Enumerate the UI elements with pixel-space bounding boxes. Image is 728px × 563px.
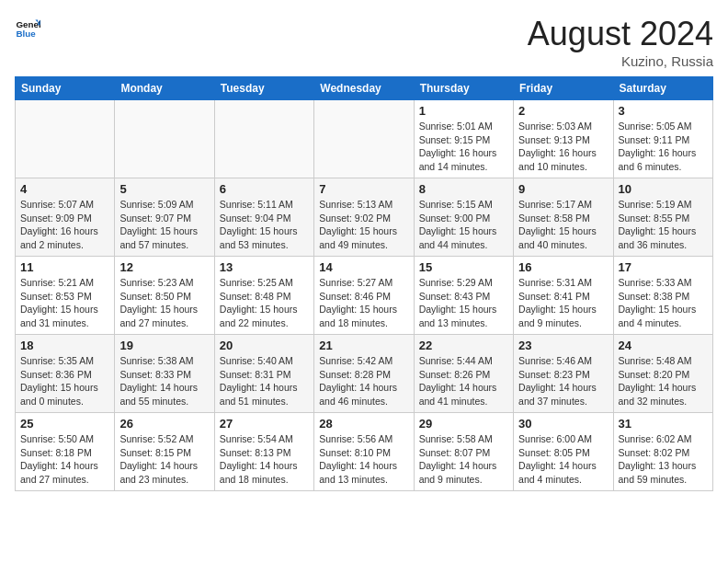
calendar-day-cell: 29Sunrise: 5:58 AM Sunset: 8:07 PM Dayli… [414,413,513,491]
day-number: 23 [518,339,608,352]
day-info: Sunrise: 5:23 AM Sunset: 8:50 PM Dayligh… [119,276,209,330]
day-number: 5 [119,182,209,196]
logo-icon: General Blue [15,15,40,40]
page-header: General Blue August 2024 Kuzino, Russia [15,15,713,69]
day-info: Sunrise: 5:35 AM Sunset: 8:36 PM Dayligh… [20,354,109,408]
calendar-day-cell: 20Sunrise: 5:40 AM Sunset: 8:31 PM Dayli… [214,335,313,413]
day-number: 9 [518,182,608,196]
calendar-day-cell: 30Sunrise: 6:00 AM Sunset: 8:05 PM Dayli… [514,413,613,491]
day-info: Sunrise: 5:54 AM Sunset: 8:13 PM Dayligh… [220,432,309,487]
days-header-row: SundayMondayTuesdayWednesdayThursdayFrid… [16,77,713,100]
day-number: 10 [619,182,708,196]
day-info: Sunrise: 5:33 AM Sunset: 8:38 PM Dayligh… [619,276,708,330]
calendar-day-cell: 1Sunrise: 5:01 AM Sunset: 9:15 PM Daylig… [414,100,513,178]
day-info: Sunrise: 5:40 AM Sunset: 8:31 PM Dayligh… [220,354,309,408]
calendar-week-row: 1Sunrise: 5:01 AM Sunset: 9:15 PM Daylig… [16,100,713,178]
calendar-day-cell [16,100,115,178]
calendar-day-cell: 2Sunrise: 5:03 AM Sunset: 9:13 PM Daylig… [514,100,613,178]
day-number: 14 [319,260,408,274]
day-number: 19 [119,339,209,352]
calendar-day-cell: 12Sunrise: 5:23 AM Sunset: 8:50 PM Dayli… [115,257,214,335]
day-number: 25 [20,417,109,431]
day-number: 24 [619,339,708,352]
day-number: 11 [20,260,109,274]
calendar-day-cell: 28Sunrise: 5:56 AM Sunset: 8:10 PM Dayli… [314,413,414,491]
calendar-table: SundayMondayTuesdayWednesdayThursdayFrid… [15,76,713,491]
day-header-tuesday: Tuesday [214,77,313,100]
day-info: Sunrise: 5:42 AM Sunset: 8:28 PM Dayligh… [319,354,408,408]
day-header-monday: Monday [115,77,214,100]
calendar-day-cell: 4Sunrise: 5:07 AM Sunset: 9:09 PM Daylig… [16,178,115,257]
calendar-day-cell [115,100,214,178]
day-info: Sunrise: 5:17 AM Sunset: 8:58 PM Dayligh… [518,198,608,252]
day-number: 30 [518,417,608,431]
day-number: 21 [319,339,408,352]
day-info: Sunrise: 5:31 AM Sunset: 8:41 PM Dayligh… [518,276,608,330]
calendar-day-cell: 13Sunrise: 5:25 AM Sunset: 8:48 PM Dayli… [214,257,313,335]
calendar-day-cell: 23Sunrise: 5:46 AM Sunset: 8:23 PM Dayli… [514,335,613,413]
day-info: Sunrise: 5:56 AM Sunset: 8:10 PM Dayligh… [319,432,408,487]
day-info: Sunrise: 5:13 AM Sunset: 9:02 PM Dayligh… [319,198,408,252]
calendar-day-cell: 7Sunrise: 5:13 AM Sunset: 9:02 PM Daylig… [314,178,414,257]
day-number: 20 [220,339,309,352]
day-number: 15 [419,260,508,274]
day-info: Sunrise: 5:03 AM Sunset: 9:13 PM Dayligh… [518,120,608,174]
calendar-day-cell: 24Sunrise: 5:48 AM Sunset: 8:20 PM Dayli… [613,335,712,413]
day-info: Sunrise: 5:50 AM Sunset: 8:18 PM Dayligh… [20,432,109,487]
calendar-day-cell: 26Sunrise: 5:52 AM Sunset: 8:15 PM Dayli… [115,413,214,491]
calendar-day-cell: 27Sunrise: 5:54 AM Sunset: 8:13 PM Dayli… [214,413,313,491]
svg-text:Blue: Blue [16,29,36,39]
day-number: 17 [619,260,708,274]
day-info: Sunrise: 5:38 AM Sunset: 8:33 PM Dayligh… [119,354,209,408]
day-info: Sunrise: 5:09 AM Sunset: 9:07 PM Dayligh… [119,198,209,252]
day-number: 8 [419,182,508,196]
day-number: 6 [220,182,309,196]
day-info: Sunrise: 5:27 AM Sunset: 8:46 PM Dayligh… [319,276,408,330]
day-number: 7 [319,182,408,196]
day-number: 26 [119,417,209,431]
day-header-wednesday: Wednesday [314,77,414,100]
day-info: Sunrise: 5:11 AM Sunset: 9:04 PM Dayligh… [220,198,309,252]
day-number: 3 [619,104,708,118]
calendar-day-cell: 16Sunrise: 5:31 AM Sunset: 8:41 PM Dayli… [514,257,613,335]
day-info: Sunrise: 5:19 AM Sunset: 8:55 PM Dayligh… [619,198,708,252]
day-number: 28 [319,417,408,431]
day-number: 4 [20,182,109,196]
logo: General Blue [15,15,40,40]
day-number: 22 [419,339,508,352]
day-number: 1 [419,104,508,118]
calendar-week-row: 11Sunrise: 5:21 AM Sunset: 8:53 PM Dayli… [16,257,713,335]
calendar-day-cell: 3Sunrise: 5:05 AM Sunset: 9:11 PM Daylig… [613,100,712,178]
calendar-day-cell: 21Sunrise: 5:42 AM Sunset: 8:28 PM Dayli… [314,335,414,413]
calendar-day-cell: 22Sunrise: 5:44 AM Sunset: 8:26 PM Dayli… [414,335,513,413]
month-title: August 2024 [528,15,713,53]
day-info: Sunrise: 5:07 AM Sunset: 9:09 PM Dayligh… [20,198,109,252]
calendar-day-cell [214,100,313,178]
calendar-day-cell: 31Sunrise: 6:02 AM Sunset: 8:02 PM Dayli… [613,413,712,491]
day-header-saturday: Saturday [613,77,712,100]
calendar-day-cell: 8Sunrise: 5:15 AM Sunset: 9:00 PM Daylig… [414,178,513,257]
day-info: Sunrise: 5:46 AM Sunset: 8:23 PM Dayligh… [518,354,608,408]
day-number: 16 [518,260,608,274]
day-header-friday: Friday [514,77,613,100]
calendar-day-cell: 11Sunrise: 5:21 AM Sunset: 8:53 PM Dayli… [16,257,115,335]
calendar-week-row: 4Sunrise: 5:07 AM Sunset: 9:09 PM Daylig… [16,178,713,257]
calendar-day-cell: 19Sunrise: 5:38 AM Sunset: 8:33 PM Dayli… [115,335,214,413]
day-info: Sunrise: 5:21 AM Sunset: 8:53 PM Dayligh… [20,276,109,330]
day-info: Sunrise: 5:25 AM Sunset: 8:48 PM Dayligh… [220,276,309,330]
day-info: Sunrise: 5:48 AM Sunset: 8:20 PM Dayligh… [619,354,708,408]
day-number: 27 [220,417,309,431]
day-info: Sunrise: 6:00 AM Sunset: 8:05 PM Dayligh… [518,432,608,487]
day-info: Sunrise: 6:02 AM Sunset: 8:02 PM Dayligh… [619,432,708,487]
calendar-day-cell: 9Sunrise: 5:17 AM Sunset: 8:58 PM Daylig… [514,178,613,257]
calendar-day-cell: 10Sunrise: 5:19 AM Sunset: 8:55 PM Dayli… [613,178,712,257]
day-info: Sunrise: 5:44 AM Sunset: 8:26 PM Dayligh… [419,354,508,408]
title-block: August 2024 Kuzino, Russia [528,15,713,69]
location: Kuzino, Russia [528,53,713,69]
calendar-week-row: 25Sunrise: 5:50 AM Sunset: 8:18 PM Dayli… [16,413,713,491]
day-info: Sunrise: 5:15 AM Sunset: 9:00 PM Dayligh… [419,198,508,252]
day-number: 18 [20,339,109,352]
day-number: 29 [419,417,508,431]
day-info: Sunrise: 5:01 AM Sunset: 9:15 PM Dayligh… [419,120,508,174]
calendar-day-cell: 18Sunrise: 5:35 AM Sunset: 8:36 PM Dayli… [16,335,115,413]
